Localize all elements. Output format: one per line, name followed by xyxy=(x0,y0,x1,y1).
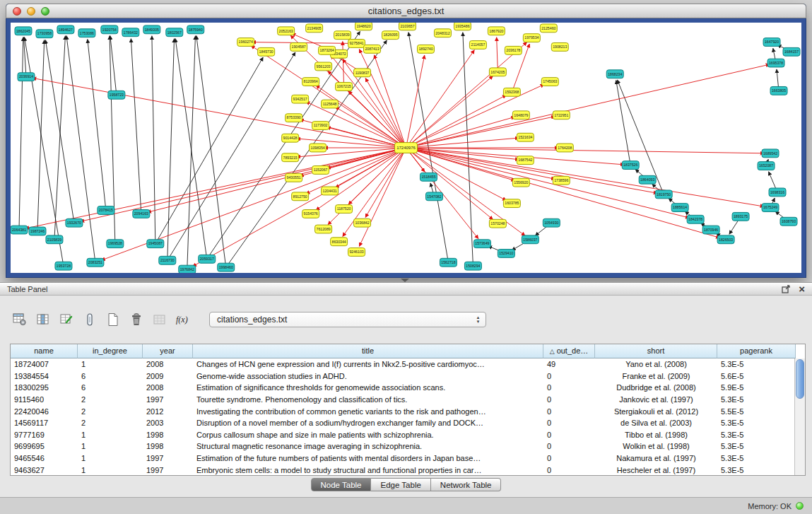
graph-node[interactable]: 1976842 xyxy=(179,265,196,273)
column-header-title[interactable]: title xyxy=(193,344,543,358)
import-table-icon[interactable] xyxy=(151,311,168,328)
graph-node[interactable]: 1862045 xyxy=(15,27,32,35)
graph-node[interactable]: 9342517 xyxy=(292,95,309,103)
graph-node[interactable]: 1187520 xyxy=(336,205,353,214)
graph-node[interactable]: 1067215 xyxy=(336,83,353,91)
graph-node[interactable]: 1570248 xyxy=(489,219,506,228)
graph-node[interactable]: 2036914 xyxy=(18,73,35,81)
graph-node[interactable]: 9014428 xyxy=(282,134,299,142)
network-canvas[interactable]: 1724097692461038630344761208991543768912… xyxy=(11,23,801,273)
table-row[interactable]: 1456911722003Disruption of a novel membe… xyxy=(11,417,794,429)
graph-node[interactable]: 1698316 xyxy=(769,188,786,197)
float-panel-icon[interactable] xyxy=(782,285,790,293)
graph-node[interactable]: 1098354 xyxy=(310,144,326,152)
graph-node[interactable]: 1873264 xyxy=(319,46,336,54)
graph-node[interactable]: 1935486 xyxy=(454,23,471,30)
minimize-window-button[interactable] xyxy=(27,7,35,16)
graph-node[interactable]: 1802567 xyxy=(166,28,183,37)
graph-node[interactable]: 2083251 xyxy=(87,258,104,267)
merge-tables-icon[interactable] xyxy=(81,311,98,328)
table-row[interactable]: 946554611997Estimation of the future num… xyxy=(11,452,794,465)
graph-node[interactable]: 1920754 xyxy=(101,25,118,34)
graph-node[interactable]: 2087413 xyxy=(364,45,381,53)
table-scrollbar-thumb[interactable] xyxy=(796,359,804,399)
graph-node[interactable]: 1689542 xyxy=(762,149,779,158)
graph-node[interactable]: 8753390 xyxy=(286,114,302,122)
graph-node[interactable]: 1849305 xyxy=(143,25,160,34)
graph-node[interactable]: 1722951 xyxy=(553,111,570,119)
graph-node[interactable]: 1036842 xyxy=(354,218,371,227)
graph-node[interactable]: 1870946 xyxy=(702,226,719,234)
column-header-short[interactable]: short xyxy=(595,344,717,358)
graph-node[interactable]: 1518455 xyxy=(420,173,437,181)
graph-node[interactable]: 1730958 xyxy=(36,30,53,38)
graph-node[interactable]: 2134905 xyxy=(306,24,323,33)
delete-table-icon[interactable] xyxy=(128,311,145,328)
graph-node[interactable]: 8912750 xyxy=(292,192,309,201)
graph-node[interactable]: 1893175 xyxy=(732,212,749,221)
graph-node[interactable]: 1054930 xyxy=(543,218,560,227)
graph-node-hub[interactable]: 17240976 xyxy=(395,143,418,153)
graph-node[interactable]: 1960274 xyxy=(237,38,254,47)
graph-node[interactable]: 1932670 xyxy=(66,218,83,227)
graph-node[interactable]: 2048312 xyxy=(434,29,451,37)
table-source-dropdown[interactable]: citations_edges.txt ▲▼ xyxy=(209,312,486,327)
window-titlebar[interactable]: citations_edges.txt xyxy=(6,4,806,18)
graph-node[interactable]: 1508294 xyxy=(464,262,481,270)
graph-node[interactable]: 1684157 xyxy=(783,47,800,56)
graph-node[interactable]: 1958723 xyxy=(108,90,125,99)
table-row[interactable]: 911546021997Tourette syndrome. Phenomeno… xyxy=(11,394,794,406)
graph-node[interactable]: 8630344 xyxy=(331,238,348,246)
graph-node[interactable]: 1529410 xyxy=(498,250,514,258)
graph-node[interactable]: 1687542 xyxy=(517,156,534,165)
tab-edge-table[interactable]: Edge Table xyxy=(371,478,430,491)
graph-node[interactable]: 1845730 xyxy=(258,47,275,56)
new-document-icon[interactable] xyxy=(105,311,122,328)
graph-node[interactable]: 1190837 xyxy=(354,69,371,77)
graph-node[interactable]: 1987246 xyxy=(29,227,46,235)
graph-node[interactable]: 1969528 xyxy=(107,240,124,248)
graph-node[interactable]: 7893215 xyxy=(282,153,299,162)
graph-node[interactable]: 1837526 xyxy=(622,161,639,170)
graph-node[interactable]: 9430551 xyxy=(286,173,302,182)
table-row[interactable]: 2242004622012Investigating the contribut… xyxy=(11,405,794,417)
table-row[interactable]: 969969511998Structural magnetic resonanc… xyxy=(11,440,794,452)
graph-node[interactable]: 1894627 xyxy=(57,25,74,34)
graph-node[interactable]: 1998460 xyxy=(218,263,235,271)
column-header-year[interactable]: year xyxy=(143,344,193,358)
select-columns-icon[interactable] xyxy=(35,311,52,328)
graph-node[interactable]: 1819750 xyxy=(655,190,672,199)
function-builder-icon[interactable]: f(x) xyxy=(175,311,192,328)
graph-node[interactable]: 1675249 xyxy=(762,204,779,212)
graph-node[interactable]: 1648079 xyxy=(512,111,529,119)
graph-node[interactable]: 1764208 xyxy=(556,144,573,152)
graph-node[interactable]: 2125460 xyxy=(540,24,557,33)
graph-node[interactable]: 2064381 xyxy=(11,226,28,234)
graph-node[interactable]: 1663805 xyxy=(770,86,787,95)
tab-node-table[interactable]: Node Table xyxy=(311,478,372,491)
column-header-out_de[interactable]: △out_de… xyxy=(543,344,595,358)
graph-node[interactable]: 1908213 xyxy=(551,43,568,52)
graph-node[interactable]: 2103657 xyxy=(399,23,416,30)
table-row[interactable]: 1872400712008Changes of HCN gene express… xyxy=(11,358,794,370)
graph-node[interactable]: 1204431 xyxy=(322,187,339,195)
graph-node[interactable]: 1753086 xyxy=(78,29,95,37)
graph-node[interactable]: 1786432 xyxy=(122,28,139,37)
memory-ok-indicator[interactable] xyxy=(796,502,804,510)
graph-node[interactable]: 9246103 xyxy=(348,248,365,257)
graph-node[interactable]: 2116730 xyxy=(159,256,176,264)
graph-node[interactable]: 1842378 xyxy=(687,215,704,223)
graph-node[interactable]: 9275841 xyxy=(348,40,365,48)
graph-node[interactable]: 1892740 xyxy=(417,45,434,53)
column-header-name[interactable]: name xyxy=(11,344,78,358)
graph-node[interactable]: 1864093 xyxy=(639,175,656,184)
graph-node[interactable]: 1674205 xyxy=(489,68,506,76)
graph-node[interactable]: 2105839 xyxy=(46,235,63,244)
graph-node[interactable]: 1826503 xyxy=(717,235,734,244)
zoom-window-button[interactable] xyxy=(41,7,49,16)
close-window-button[interactable] xyxy=(13,7,21,16)
graph-node[interactable]: 9154376 xyxy=(302,210,319,218)
graph-node[interactable]: 2094163 xyxy=(133,210,150,218)
graph-node[interactable]: 1652087 xyxy=(758,162,775,170)
table-options-icon[interactable] xyxy=(11,311,28,328)
